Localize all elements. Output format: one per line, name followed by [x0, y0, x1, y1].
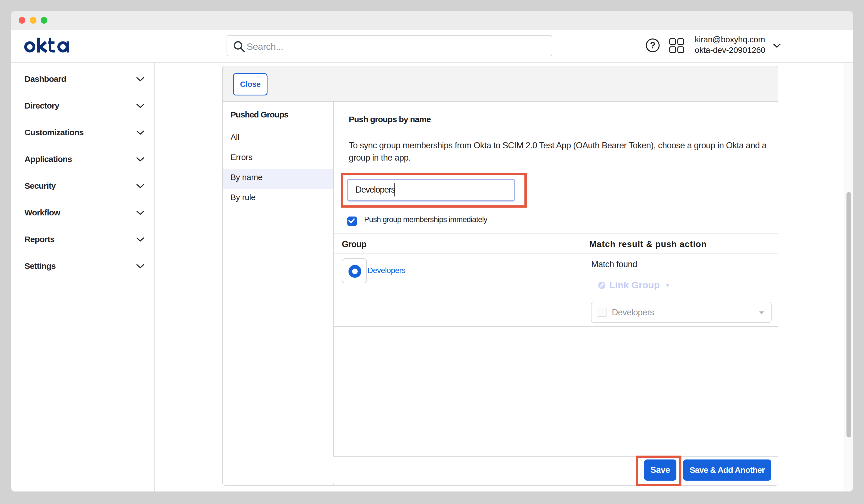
svg-text:?: ?	[650, 40, 656, 50]
